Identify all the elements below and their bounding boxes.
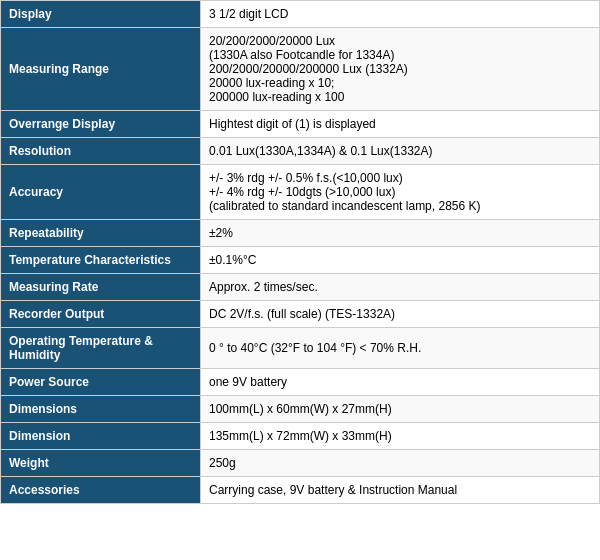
table-row: Recorder OutputDC 2V/f.s. (full scale) (… bbox=[1, 301, 600, 328]
table-row: Repeatability±2% bbox=[1, 220, 600, 247]
table-row: Display3 1/2 digit LCD bbox=[1, 1, 600, 28]
row-label: Measuring Rate bbox=[1, 274, 201, 301]
row-label: Repeatability bbox=[1, 220, 201, 247]
row-value: 100mm(L) x 60mm(W) x 27mm(H) bbox=[201, 396, 600, 423]
row-label: Temperature Characteristics bbox=[1, 247, 201, 274]
table-row: Operating Temperature & Humidity0 ° to 4… bbox=[1, 328, 600, 369]
row-value: DC 2V/f.s. (full scale) (TES-1332A) bbox=[201, 301, 600, 328]
table-row: Dimension135mm(L) x 72mm(W) x 33mm(H) bbox=[1, 423, 600, 450]
row-label: Resolution bbox=[1, 138, 201, 165]
table-row: Power Sourceone 9V battery bbox=[1, 369, 600, 396]
table-row: Dimensions100mm(L) x 60mm(W) x 27mm(H) bbox=[1, 396, 600, 423]
row-label: Dimensions bbox=[1, 396, 201, 423]
row-label: Power Source bbox=[1, 369, 201, 396]
table-row: Weight250g bbox=[1, 450, 600, 477]
table-row: Measuring Range20/200/2000/20000 Lux(133… bbox=[1, 28, 600, 111]
spec-table: Display3 1/2 digit LCDMeasuring Range20/… bbox=[0, 0, 600, 504]
row-label: Measuring Range bbox=[1, 28, 201, 111]
row-label: Recorder Output bbox=[1, 301, 201, 328]
row-value: 3 1/2 digit LCD bbox=[201, 1, 600, 28]
row-value: ±0.1%°C bbox=[201, 247, 600, 274]
row-value: Approx. 2 times/sec. bbox=[201, 274, 600, 301]
table-row: Measuring RateApprox. 2 times/sec. bbox=[1, 274, 600, 301]
table-row: Resolution0.01 Lux(1330A,1334A) & 0.1 Lu… bbox=[1, 138, 600, 165]
row-value: 20/200/2000/20000 Lux(1330A also Footcan… bbox=[201, 28, 600, 111]
row-label: Accessories bbox=[1, 477, 201, 504]
row-label: Overrange Display bbox=[1, 111, 201, 138]
table-row: Overrange DisplayHightest digit of (1) i… bbox=[1, 111, 600, 138]
row-label: Accuracy bbox=[1, 165, 201, 220]
row-value: Hightest digit of (1) is displayed bbox=[201, 111, 600, 138]
row-label: Weight bbox=[1, 450, 201, 477]
row-value: 250g bbox=[201, 450, 600, 477]
row-label: Display bbox=[1, 1, 201, 28]
table-row: AccessoriesCarrying case, 9V battery & I… bbox=[1, 477, 600, 504]
row-value: Carrying case, 9V battery & Instruction … bbox=[201, 477, 600, 504]
row-value: +/- 3% rdg +/- 0.5% f.s.(<10,000 lux)+/-… bbox=[201, 165, 600, 220]
row-label: Dimension bbox=[1, 423, 201, 450]
row-value: 0 ° to 40°C (32°F to 104 °F) < 70% R.H. bbox=[201, 328, 600, 369]
table-row: Accuracy+/- 3% rdg +/- 0.5% f.s.(<10,000… bbox=[1, 165, 600, 220]
row-value: 0.01 Lux(1330A,1334A) & 0.1 Lux(1332A) bbox=[201, 138, 600, 165]
row-value: one 9V battery bbox=[201, 369, 600, 396]
row-value: ±2% bbox=[201, 220, 600, 247]
row-value: 135mm(L) x 72mm(W) x 33mm(H) bbox=[201, 423, 600, 450]
row-label: Operating Temperature & Humidity bbox=[1, 328, 201, 369]
table-row: Temperature Characteristics±0.1%°C bbox=[1, 247, 600, 274]
